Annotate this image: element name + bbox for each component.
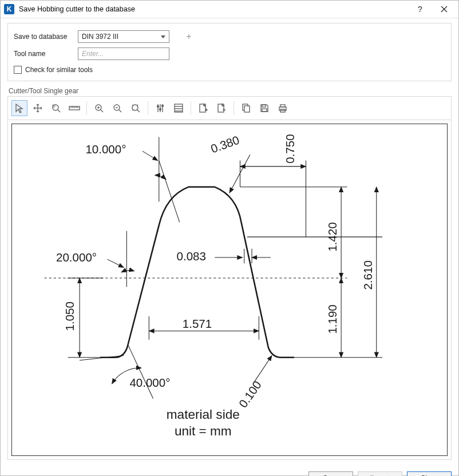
svg-point-27 (162, 105, 164, 107)
diagram-canvas[interactable]: 10.000° 0.380 0.750 0.083 (11, 124, 448, 456)
row-tool-name: Tool name (14, 46, 445, 61)
diagram-note-1: material side (167, 408, 240, 422)
tool-zoom-out[interactable] (109, 100, 125, 116)
help-button[interactable]: ? (408, 1, 432, 18)
report-button: Report (358, 471, 402, 476)
dialog-footer: Save Report Close (1, 466, 458, 476)
svg-rect-35 (244, 106, 250, 112)
dim-angle-mid: 20.000° (56, 251, 97, 264)
svg-rect-6 (53, 105, 55, 107)
tool-export-2[interactable] (213, 100, 230, 116)
tool-copy[interactable] (238, 100, 254, 116)
svg-line-5 (58, 110, 60, 112)
toolbar-sep-2 (148, 101, 148, 115)
dim-tip-radius: 0.380 (209, 133, 241, 155)
tool-measure[interactable] (66, 100, 82, 116)
tool-properties[interactable] (171, 100, 187, 116)
dim-h-total: 2.610 (361, 260, 374, 289)
tool-zoom-window[interactable] (48, 100, 64, 116)
tool-sliders[interactable] (152, 100, 168, 116)
row-save-to: Save to database DIN 3972 III + (14, 29, 445, 44)
dim-h-left: 1.050 (63, 302, 76, 331)
svg-point-26 (160, 109, 161, 110)
label-check-similar: Check for similar tools (25, 66, 93, 74)
dim-angle-top: 10.000° (85, 142, 126, 156)
app-icon: K (4, 4, 14, 14)
tool-zoom-in[interactable] (91, 100, 107, 116)
svg-rect-36 (262, 105, 266, 107)
diagram-toolbar (7, 96, 452, 120)
save-button[interactable]: Save (308, 471, 353, 476)
dialog-window: K Save Hobbing cutter to the database ? … (0, 0, 459, 476)
group-label: Cutter/Tool Single gear (9, 87, 452, 95)
dim-offset-083: 0.083 (177, 249, 206, 263)
svg-point-25 (157, 106, 159, 108)
label-save-to: Save to database (14, 33, 78, 41)
svg-rect-39 (280, 105, 285, 107)
tool-zoom-fit[interactable] (128, 100, 144, 116)
dim-angle-bot: 40.000° (129, 376, 170, 389)
toolbar-sep-3 (191, 101, 191, 115)
content-area: Save to database DIN 3972 III + Tool nam… (1, 18, 458, 466)
tool-name-input[interactable] (78, 47, 169, 60)
svg-line-64 (253, 356, 272, 384)
dim-h-top-section: 1.420 (326, 222, 339, 251)
dim-h-bot-section: 1.190 (326, 304, 339, 334)
row-check-similar[interactable]: Check for similar tools (14, 64, 445, 76)
database-select[interactable]: DIN 3972 III (78, 30, 169, 43)
close-window-button[interactable] (432, 1, 456, 18)
save-form-group: Save to database DIN 3972 III + Tool nam… (7, 23, 452, 81)
svg-line-18 (119, 110, 121, 112)
dim-h-top-small: 0.750 (283, 134, 296, 163)
tool-pointer[interactable] (11, 100, 27, 116)
toolbar-sep-1 (86, 101, 87, 115)
titlebar: K Save Hobbing cutter to the database ? (1, 1, 458, 18)
dim-pitch-half: 1.571 (183, 317, 212, 330)
svg-point-4 (53, 105, 58, 110)
tool-pan[interactable] (30, 100, 46, 116)
svg-line-14 (101, 110, 103, 112)
toolbar-sep-4 (234, 101, 234, 115)
add-database-button[interactable]: + (182, 30, 196, 43)
dim-root-radius: 0.100 (236, 378, 264, 410)
tool-print[interactable] (275, 100, 291, 116)
tool-export-1[interactable] (195, 100, 211, 116)
label-tool-name: Tool name (14, 50, 78, 58)
diagram-note-2: unit = mm (175, 424, 232, 438)
database-select-value: DIN 3972 III (82, 33, 118, 41)
svg-line-44 (143, 151, 158, 160)
close-button[interactable]: Close (407, 471, 452, 476)
diagram-canvas-wrap: 10.000° 0.380 0.750 0.083 (7, 120, 452, 460)
svg-rect-37 (262, 109, 267, 112)
window-title: Save Hobbing cutter to the database (19, 5, 408, 13)
svg-line-43 (159, 161, 180, 223)
svg-line-63 (128, 346, 153, 398)
svg-line-55 (107, 259, 124, 267)
check-similar-checkbox[interactable] (14, 66, 22, 74)
svg-line-62 (80, 356, 124, 360)
tool-save-file[interactable] (256, 100, 272, 116)
